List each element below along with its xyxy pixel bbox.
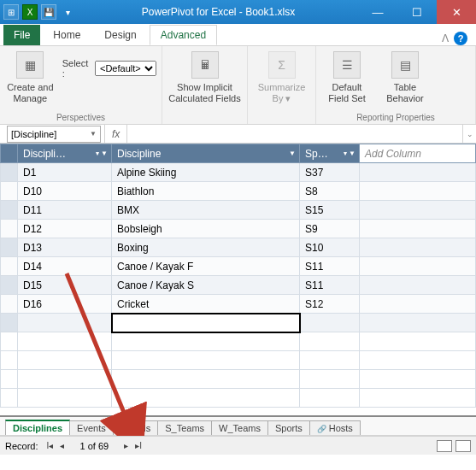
chevron-down-icon[interactable]: ▼ <box>90 130 97 138</box>
empty-cell[interactable] <box>18 389 112 408</box>
cell-sport[interactable]: S12 <box>300 295 360 314</box>
empty-cell[interactable] <box>112 370 300 389</box>
table-row[interactable]: D10BiathlonS8 <box>1 182 476 201</box>
fx-label[interactable]: fx <box>104 125 127 143</box>
row-header[interactable] <box>1 182 18 201</box>
row-header[interactable] <box>1 220 18 238</box>
cell[interactable] <box>300 314 360 332</box>
table-behavior-button[interactable]: ▤ Table Behavior <box>379 50 431 103</box>
empty-cell[interactable] <box>360 389 476 408</box>
cell-add[interactable] <box>360 276 476 295</box>
empty-cell[interactable] <box>18 332 112 351</box>
qat-excel-icon[interactable]: X <box>22 4 38 20</box>
sheet-tab-disciplines[interactable]: Disciplines <box>5 420 70 435</box>
empty-cell[interactable] <box>300 389 360 408</box>
cell-discipline[interactable]: BMX <box>112 201 300 220</box>
maximize-button[interactable]: ☐ <box>397 0 437 24</box>
table-row[interactable]: D12BobsleighS9 <box>1 220 476 238</box>
row-header[interactable] <box>1 295 18 314</box>
close-button[interactable]: ✕ <box>437 0 476 24</box>
cell-sport[interactable]: S37 <box>300 163 360 182</box>
table-row[interactable]: D16CricketS12 <box>1 295 476 314</box>
cell-add[interactable] <box>360 163 476 182</box>
data-grid[interactable]: Discipli…▾ ▼ Discipline▼ Sp…▾ ▼ Add Colu… <box>0 144 476 408</box>
col-add[interactable]: Add Column <box>360 144 476 163</box>
row-header[interactable] <box>1 314 18 332</box>
cell-sport[interactable]: S8 <box>300 182 360 201</box>
app-icon[interactable]: ⊞ <box>3 4 19 20</box>
empty-cell[interactable] <box>1 332 18 351</box>
nav-last-icon[interactable]: ▸I <box>133 441 144 450</box>
row-header[interactable] <box>1 238 18 257</box>
minimize-button[interactable]: — <box>358 0 397 24</box>
collapse-ribbon-icon[interactable]: ᐱ <box>442 32 449 44</box>
nav-next-icon[interactable]: ▸ <box>122 441 130 450</box>
tab-home[interactable]: Home <box>42 25 91 45</box>
cell-sport[interactable]: S11 <box>300 257 360 276</box>
default-fieldset-button[interactable]: ☰ Default Field Set <box>321 50 373 103</box>
empty-cell[interactable] <box>360 332 476 351</box>
cell-discipline[interactable]: Cricket <box>112 295 300 314</box>
empty-cell[interactable] <box>1 370 18 389</box>
grid-view-icon[interactable] <box>437 440 452 452</box>
col-sport[interactable]: Sp…▾ ▼ <box>300 144 360 163</box>
tab-design[interactable]: Design <box>93 25 147 45</box>
cell-add[interactable] <box>360 220 476 238</box>
show-implicit-button[interactable]: 🖩 Show Implicit Calculated Fields <box>167 50 242 103</box>
selected-cell[interactable] <box>112 314 300 332</box>
cell-sport[interactable]: S15 <box>300 201 360 220</box>
col-disciplineid[interactable]: Discipli…▾ ▼ <box>18 144 112 163</box>
file-tab[interactable]: File <box>3 25 40 45</box>
cell-discipline[interactable]: Boxing <box>112 238 300 257</box>
nav-first-icon[interactable]: I◂ <box>45 441 56 450</box>
cell-discipline[interactable]: Alpine Skiing <box>112 163 300 182</box>
table-row[interactable]: D11BMXS15 <box>1 201 476 220</box>
cell-id[interactable]: D15 <box>18 276 112 295</box>
cell-add[interactable] <box>360 257 476 276</box>
create-manage-button[interactable]: ▦ Create and Manage <box>5 50 56 103</box>
cell[interactable] <box>18 314 112 332</box>
empty-cell[interactable] <box>300 351 360 370</box>
empty-cell[interactable] <box>360 370 476 389</box>
name-box[interactable]: [Discipline] ▼ <box>7 126 101 143</box>
table-row[interactable]: D15Canoe / Kayak SS11 <box>1 276 476 295</box>
row-header[interactable] <box>1 201 18 220</box>
empty-cell[interactable] <box>1 389 18 408</box>
cell-id[interactable]: D11 <box>18 201 112 220</box>
empty-cell[interactable] <box>112 389 300 408</box>
perspective-select[interactable]: <Default> <box>95 61 156 76</box>
sheet-tab-events[interactable]: Events <box>69 420 114 435</box>
cell-id[interactable]: D13 <box>18 238 112 257</box>
cell-sport[interactable]: S9 <box>300 220 360 238</box>
empty-cell[interactable] <box>1 351 18 370</box>
empty-cell[interactable] <box>112 332 300 351</box>
row-header[interactable] <box>1 163 18 182</box>
filter-icon[interactable]: ▼ <box>289 150 296 157</box>
nav-prev-icon[interactable]: ◂ <box>58 441 66 450</box>
tab-advanced[interactable]: Advanced <box>150 25 217 45</box>
cell-id[interactable]: D16 <box>18 295 112 314</box>
sheet-tab-sports[interactable]: Sports <box>267 420 310 435</box>
cell-add[interactable] <box>360 295 476 314</box>
empty-cell[interactable] <box>300 332 360 351</box>
table-row[interactable]: D13BoxingS10 <box>1 238 476 257</box>
qat-more-icon[interactable]: ▾ <box>60 4 75 20</box>
cell-sport[interactable]: S11 <box>300 276 360 295</box>
empty-cell[interactable] <box>112 351 300 370</box>
cell-id[interactable]: D12 <box>18 220 112 238</box>
table-row[interactable]: D14Canoe / Kayak FS11 <box>1 257 476 276</box>
empty-cell[interactable] <box>360 351 476 370</box>
empty-cell[interactable] <box>300 370 360 389</box>
cell-discipline[interactable]: Canoe / Kayak F <box>112 257 300 276</box>
formula-input[interactable] <box>127 126 462 143</box>
cell[interactable] <box>360 314 476 332</box>
formula-expand-icon[interactable]: ⌄ <box>462 125 476 143</box>
sheet-tab-hosts[interactable]: 🔗Hosts <box>309 420 361 435</box>
cell-id[interactable]: D14 <box>18 257 112 276</box>
row-header[interactable] <box>1 257 18 276</box>
cell-id[interactable]: D1 <box>18 163 112 182</box>
cell-id[interactable]: D10 <box>18 182 112 201</box>
empty-cell[interactable] <box>18 370 112 389</box>
cell-add[interactable] <box>360 201 476 220</box>
row-header-corner[interactable] <box>1 144 18 163</box>
